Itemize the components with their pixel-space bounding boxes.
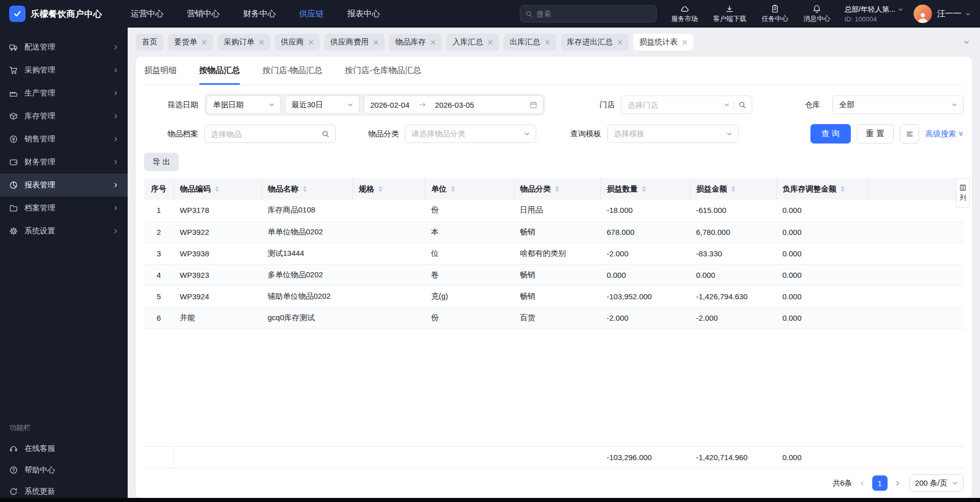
sidebar-item-finance[interactable]: 财务管理: [0, 151, 128, 174]
date-range-picker[interactable]: 2026-02-04 2026-03-05: [364, 95, 543, 114]
avatar[interactable]: [914, 5, 932, 23]
user-menu[interactable]: 汪一一: [937, 9, 971, 19]
subtab-profit-detail[interactable]: 损益明细: [144, 57, 177, 85]
col-header-unit[interactable]: 单位: [425, 178, 514, 200]
store-select[interactable]: [621, 95, 752, 114]
sidebar-item-inventory[interactable]: 库存管理: [0, 105, 128, 128]
search-input[interactable]: [537, 10, 651, 18]
tab-demand-order[interactable]: 要货单: [168, 34, 213, 51]
close-icon[interactable]: [488, 40, 493, 45]
tab-outbound-summary[interactable]: 出库汇总: [504, 34, 556, 51]
sidebar-item-settings[interactable]: 系统设置: [0, 220, 128, 243]
close-icon[interactable]: [545, 40, 550, 45]
sidebar-item-online-support[interactable]: 在线客服: [0, 438, 128, 459]
app-logo-icon[interactable]: [9, 6, 26, 22]
tab-purchase-order[interactable]: 采购订单: [218, 34, 270, 51]
close-icon[interactable]: [259, 40, 264, 45]
tab-supplier[interactable]: 供应商: [275, 34, 320, 51]
col-header-pl-qty[interactable]: 损益数量: [601, 178, 690, 200]
table-row[interactable]: 6 并能 gcq0库存测试 份 百货 -2.000 -2.000 0.000: [144, 307, 964, 328]
tab-inbound-summary[interactable]: 入库汇总: [446, 34, 499, 51]
subtab-by-store-item[interactable]: 按门店-物品汇总: [262, 57, 322, 85]
sidebar-item-production[interactable]: 生产管理: [0, 82, 128, 105]
chevron-down-icon: [951, 102, 958, 108]
reset-button[interactable]: 重 置: [857, 124, 894, 144]
search-icon[interactable]: [738, 101, 746, 109]
table-row[interactable]: 4 WP3923 多单位物品0202 卷 畅销 0.000 0.000 0.00…: [144, 264, 964, 285]
nav-supply-chain[interactable]: 供应链: [299, 9, 324, 19]
table-row[interactable]: 5 WP3924 辅助单位物品0202 克(g) 畅销 -103,952.000…: [144, 285, 964, 307]
nav-finance-center[interactable]: 财务中心: [243, 9, 276, 19]
nav-report-center[interactable]: 报表中心: [347, 9, 380, 19]
export-button[interactable]: 导 出: [144, 153, 179, 171]
sort-icon[interactable]: [303, 186, 307, 192]
close-icon[interactable]: [431, 40, 436, 45]
table-row[interactable]: 1 WP3178 库存商品0108 份 日用品 -18.000 -615.000…: [144, 200, 964, 221]
page-number-button[interactable]: 1: [872, 475, 888, 491]
subtab-by-store-warehouse-item[interactable]: 按门店-仓库物品汇总: [345, 57, 421, 85]
table-row[interactable]: 2 WP3922 单单位物品0202 本 畅销 678.000 6,780.00…: [144, 221, 964, 243]
col-header-category[interactable]: 物品分类: [514, 178, 601, 200]
tab-item-stock[interactable]: 物品库存: [389, 34, 442, 51]
col-header-item-name[interactable]: 物品名称: [261, 178, 352, 200]
table-row[interactable]: 3 WP3938 测试13444 位 啥都有的类别 -2.000 -83.330…: [144, 243, 964, 264]
item-input[interactable]: [211, 130, 318, 138]
sidebar-item-label: 库存管理: [25, 111, 55, 121]
service-market-link[interactable]: 服务市场: [671, 5, 698, 23]
col-header-pl-amount[interactable]: 损益金额: [690, 178, 776, 200]
sort-icon[interactable]: [555, 186, 559, 192]
sidebar-item-sales[interactable]: 销售管理: [0, 128, 128, 151]
sort-icon[interactable]: [451, 186, 455, 192]
query-button[interactable]: 查 询: [810, 124, 850, 144]
item-picker[interactable]: [204, 125, 336, 143]
page-size-select[interactable]: 200 条/页: [910, 474, 964, 492]
advanced-search-link[interactable]: 高级搜索: [925, 129, 964, 139]
sort-icon[interactable]: [642, 186, 646, 192]
summary-cell: [425, 447, 514, 468]
column-settings-button[interactable]: 列: [956, 178, 970, 208]
search-icon[interactable]: [322, 130, 329, 138]
sort-icon[interactable]: [841, 186, 845, 192]
prev-page-chevron-icon[interactable]: [859, 480, 866, 487]
subtab-by-item[interactable]: 按物品汇总: [199, 57, 240, 85]
col-header-item-code[interactable]: 物品编码: [174, 178, 261, 200]
global-search[interactable]: [520, 5, 657, 22]
saved-filters-button[interactable]: [900, 124, 919, 144]
sidebar-item-help-center[interactable]: 帮助中心: [0, 459, 128, 481]
sidebar-item-delivery[interactable]: 配送管理: [0, 36, 128, 59]
sort-icon[interactable]: [731, 186, 735, 192]
date-type-select[interactable]: 单据日期: [206, 95, 281, 114]
sort-icon[interactable]: [215, 186, 219, 192]
nav-marketing-center[interactable]: 营销中心: [187, 9, 220, 19]
category-select[interactable]: 请选择物品分类: [405, 125, 536, 143]
item-filter-label: 物品档案: [168, 129, 198, 139]
warehouse-filter-label: 仓库: [805, 100, 820, 110]
next-page-chevron-icon[interactable]: [894, 480, 901, 487]
sidebar-item-procurement[interactable]: 采购管理: [0, 59, 128, 82]
warehouse-select[interactable]: 全部: [832, 95, 964, 114]
store-input[interactable]: [628, 101, 720, 109]
col-header-neg-adjust[interactable]: 负库存调整金额: [776, 178, 868, 200]
tab-profit-loss-report[interactable]: 损益统计表: [633, 34, 694, 51]
close-icon[interactable]: [373, 40, 378, 45]
template-select[interactable]: 选择模板: [607, 125, 738, 143]
org-switcher[interactable]: 总部/年轻人第... ID: 100004: [844, 5, 903, 23]
sidebar-item-archives[interactable]: 档案管理: [0, 197, 128, 220]
col-header-spec[interactable]: 规格: [352, 178, 425, 200]
client-download-link[interactable]: 客户端下载: [713, 5, 746, 23]
tab-home[interactable]: 首页: [136, 34, 163, 51]
sort-icon[interactable]: [378, 186, 383, 192]
message-center-link[interactable]: 消息中心: [803, 5, 830, 23]
tabs-overflow-chevron[interactable]: [961, 37, 972, 47]
close-icon[interactable]: [308, 40, 314, 45]
table-cell: [868, 221, 964, 243]
close-icon[interactable]: [682, 40, 687, 45]
close-icon[interactable]: [617, 40, 623, 45]
sidebar-item-reports[interactable]: 报表管理: [0, 174, 128, 197]
date-preset-select[interactable]: 最近30日: [285, 95, 360, 114]
close-icon[interactable]: [202, 40, 207, 45]
nav-operation-center[interactable]: 运营中心: [131, 9, 163, 19]
task-center-link[interactable]: 任务中心: [761, 5, 788, 23]
tab-supplier-fees[interactable]: 供应商费用: [324, 34, 385, 51]
tab-stock-inout-summary[interactable]: 库存进出汇总: [561, 34, 629, 51]
